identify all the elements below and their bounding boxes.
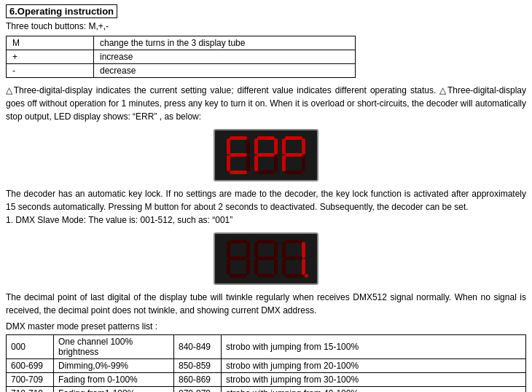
dmx-display-box <box>214 232 318 285</box>
digit-e <box>227 136 250 174</box>
dmx-desc2: strobo with jumping from 15-100% <box>222 335 526 359</box>
button-key: - <box>7 64 94 78</box>
button-key: M <box>7 36 94 50</box>
dmx-desc: One channel 100% brightness <box>54 335 174 359</box>
table-row: 700-709Fading from 0-100%860-869strobo w… <box>7 373 526 387</box>
button-key: + <box>7 50 94 64</box>
button-desc: decrease <box>94 64 356 78</box>
dmx-desc: Fading from1-100% <box>54 387 174 393</box>
dmx-table: 000One channel 100% brightness840-849str… <box>6 334 526 392</box>
dmx-value2: 870-879 <box>174 387 222 393</box>
dmx-desc2: strobo with jumping from 40-100% <box>222 387 526 393</box>
dmx-value2: 860-869 <box>174 373 222 387</box>
dmx-value2: 840-849 <box>174 335 222 359</box>
button-row: -decrease <box>7 64 356 78</box>
digit-0 <box>227 240 250 278</box>
digit-r2 <box>282 136 305 174</box>
dmx-desc2: strobo with jumping from 30-100% <box>222 373 526 387</box>
section-title: 6.Operating instruction <box>6 4 117 18</box>
dmx-value: 700-709 <box>7 373 54 387</box>
table-row: 000One channel 100% brightness840-849str… <box>7 335 526 359</box>
dmx-desc2: strobo with jumping from 20-100% <box>222 359 526 373</box>
err-display-box <box>214 129 318 181</box>
err-display-container <box>6 129 526 181</box>
dmx-master-label: DMX master mode preset patterns list : <box>6 321 526 332</box>
digit-0b <box>254 240 278 278</box>
buttons-subtitle: Three touch buttons: M,+,- <box>6 21 526 31</box>
dmx-value: 600-699 <box>7 359 54 373</box>
button-row: Mchange the turns in the 3 display tube <box>7 36 356 50</box>
digit-r1 <box>254 136 278 174</box>
digit-1 <box>282 240 305 278</box>
button-row: +increase <box>7 50 356 64</box>
button-desc: change the turns in the 3 display tube <box>94 36 356 50</box>
paragraph-2: The decoder has an automatic key lock. I… <box>6 187 526 227</box>
table-row: 600-699Dimming,0%-99%850-859strobo with … <box>7 359 526 373</box>
button-desc: increase <box>94 50 356 64</box>
dmx-display-container <box>6 232 526 285</box>
dmx-value2: 850-859 <box>174 359 222 373</box>
dmx-desc: Dimming,0%-99% <box>54 359 174 373</box>
paragraph-1: △Three-digital-display indicates the cur… <box>6 84 526 123</box>
dmx-desc: Fading from 0-100% <box>54 373 174 387</box>
dmx-value: 000 <box>7 335 54 359</box>
dmx-value: 710-719 <box>7 387 54 393</box>
paragraph-3: The decimal point of last digital of the… <box>6 291 526 317</box>
table-row: 710-719Fading from1-100%870-879strobo wi… <box>7 387 526 393</box>
buttons-table: Mchange the turns in the 3 display tube+… <box>6 36 356 78</box>
